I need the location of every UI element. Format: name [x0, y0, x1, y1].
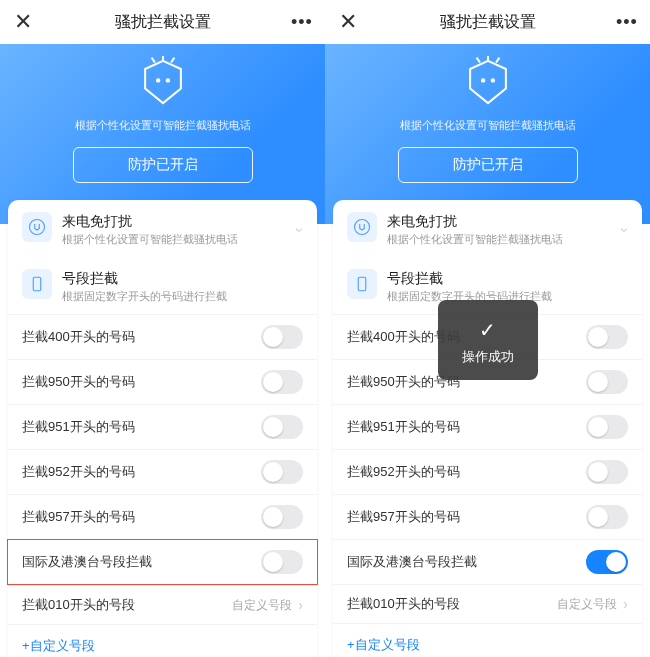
dnd-section[interactable]: 来电免打扰 根据个性化设置可智能拦截骚扰电话 › — [333, 200, 642, 257]
phone-block-icon — [347, 269, 377, 299]
hand-icon — [347, 212, 377, 242]
screen-before: ✕ 骚扰拦截设置 ••• 根据个性化设置可智能拦截骚扰电话 防护已开启 来电免打… — [0, 0, 325, 657]
block-row-957: 拦截957开头的号码 — [333, 494, 642, 539]
svg-rect-7 — [33, 277, 41, 291]
svg-point-2 — [166, 79, 168, 81]
hero-banner: 根据个性化设置可智能拦截骚扰电话 防护已开启 — [325, 44, 650, 224]
dnd-section[interactable]: 来电免打扰 根据个性化设置可智能拦截骚扰电话 › — [8, 200, 317, 257]
custom-row-010[interactable]: 拦截010开头的号段 自定义号段 › — [333, 584, 642, 623]
svg-line-4 — [151, 58, 154, 63]
success-toast: ✓ 操作成功 — [438, 300, 538, 380]
block-row-951: 拦截951开头的号码 — [333, 404, 642, 449]
block-section: 号段拦截 根据固定数字开头的号码进行拦截 — [8, 257, 317, 314]
toggle-952[interactable] — [586, 460, 628, 484]
toggle-400[interactable] — [261, 325, 303, 349]
toggle-952[interactable] — [261, 460, 303, 484]
svg-point-17 — [355, 220, 370, 235]
toggle-400[interactable] — [586, 325, 628, 349]
svg-point-12 — [481, 79, 483, 81]
close-icon[interactable]: ✕ — [339, 9, 359, 35]
shield-icon — [462, 56, 514, 108]
toggle-957[interactable] — [261, 505, 303, 529]
svg-line-15 — [476, 58, 479, 63]
settings-card: 来电免打扰 根据个性化设置可智能拦截骚扰电话 › 号段拦截 根据固定数字开头的号… — [8, 200, 317, 657]
shield-icon — [137, 56, 189, 108]
dnd-desc: 根据个性化设置可智能拦截骚扰电话 — [387, 232, 563, 247]
more-icon[interactable]: ••• — [616, 12, 636, 33]
dnd-desc: 根据个性化设置可智能拦截骚扰电话 — [62, 232, 238, 247]
svg-line-5 — [171, 58, 174, 63]
toggle-957[interactable] — [586, 505, 628, 529]
close-icon[interactable]: ✕ — [14, 9, 34, 35]
block-title: 号段拦截 — [62, 269, 227, 287]
block-row-952: 拦截952开头的号码 — [333, 449, 642, 494]
block-desc: 根据固定数字开头的号码进行拦截 — [62, 289, 227, 304]
toggle-951[interactable] — [261, 415, 303, 439]
chevron-down-icon: › — [293, 227, 309, 232]
topbar: ✕ 骚扰拦截设置 ••• — [0, 0, 325, 44]
hero-subtitle: 根据个性化设置可智能拦截骚扰电话 — [0, 118, 325, 133]
dnd-title: 来电免打扰 — [62, 212, 238, 230]
more-icon[interactable]: ••• — [291, 12, 311, 33]
block-row-400: 拦截400开头的号码 — [8, 314, 317, 359]
protection-status-button[interactable]: 防护已开启 — [73, 147, 253, 183]
chevron-right-icon: › — [623, 596, 628, 612]
dnd-title: 来电免打扰 — [387, 212, 563, 230]
toggle-951[interactable] — [586, 415, 628, 439]
hero-subtitle: 根据个性化设置可智能拦截骚扰电话 — [325, 118, 650, 133]
hero-banner: 根据个性化设置可智能拦截骚扰电话 防护已开启 — [0, 44, 325, 224]
topbar: ✕ 骚扰拦截设置 ••• — [325, 0, 650, 44]
toggle-950[interactable] — [586, 370, 628, 394]
protection-status-button[interactable]: 防护已开启 — [398, 147, 578, 183]
svg-marker-0 — [145, 61, 181, 103]
toggle-intl[interactable] — [586, 550, 628, 574]
block-row-957: 拦截957开头的号码 — [8, 494, 317, 539]
toggle-950[interactable] — [261, 370, 303, 394]
block-title: 号段拦截 — [387, 269, 552, 287]
custom-row-010[interactable]: 拦截010开头的号段 自定义号段 › — [8, 585, 317, 624]
svg-rect-18 — [358, 277, 366, 291]
svg-marker-11 — [470, 61, 506, 103]
chevron-down-icon: › — [618, 227, 634, 232]
block-row-952: 拦截952开头的号码 — [8, 449, 317, 494]
block-row-951: 拦截951开头的号码 — [8, 404, 317, 449]
svg-line-16 — [496, 58, 499, 63]
settings-card: 来电免打扰 根据个性化设置可智能拦截骚扰电话 › 号段拦截 根据固定数字开头的号… — [333, 200, 642, 657]
block-row-950: 拦截950开头的号码 — [8, 359, 317, 404]
phone-block-icon — [22, 269, 52, 299]
check-icon: ✓ — [460, 318, 516, 342]
svg-point-6 — [30, 220, 45, 235]
hand-icon — [22, 212, 52, 242]
page-title: 骚扰拦截设置 — [34, 12, 291, 33]
block-row-intl: 国际及港澳台号段拦截 — [333, 539, 642, 584]
page-title: 骚扰拦截设置 — [359, 12, 616, 33]
svg-point-1 — [156, 79, 158, 81]
toast-text: 操作成功 — [460, 348, 516, 366]
add-custom-link[interactable]: +自定义号段 — [8, 624, 317, 657]
svg-point-13 — [491, 79, 493, 81]
add-custom-link[interactable]: +自定义号段 — [333, 623, 642, 657]
toggle-intl[interactable] — [261, 550, 303, 574]
chevron-right-icon: › — [298, 597, 303, 613]
screen-after: ✕ 骚扰拦截设置 ••• 根据个性化设置可智能拦截骚扰电话 防护已开启 来电免打… — [325, 0, 650, 657]
block-row-intl: 国际及港澳台号段拦截 — [7, 539, 318, 585]
